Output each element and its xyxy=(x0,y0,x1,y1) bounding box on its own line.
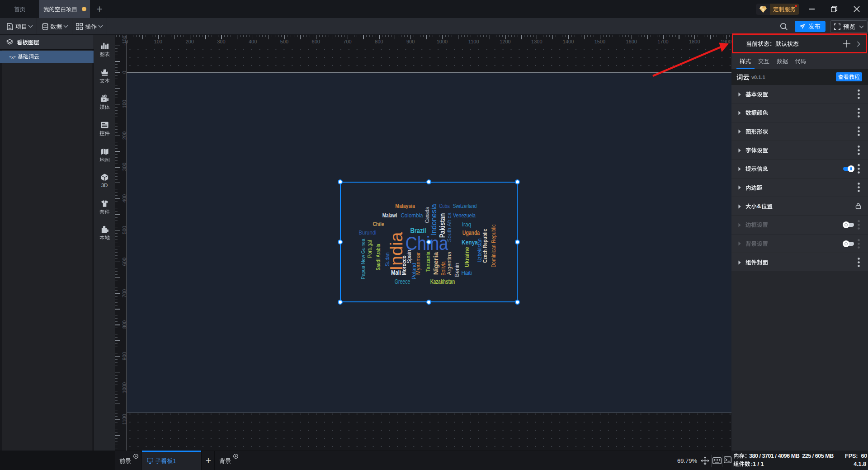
svg-text:T: T xyxy=(14,56,16,58)
svg-text:T: T xyxy=(9,56,11,58)
